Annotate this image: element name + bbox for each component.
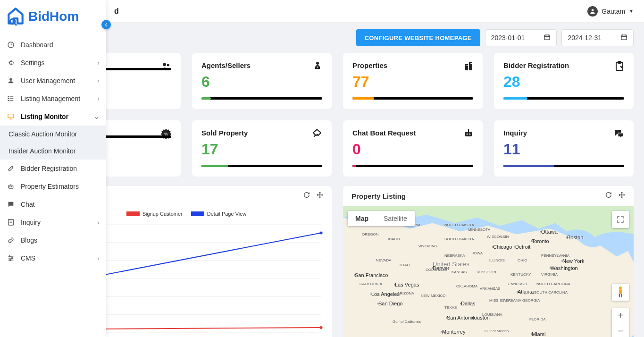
nav-item-blogs[interactable]: Blogs — [0, 231, 106, 249]
building-icon — [463, 60, 474, 74]
stat-card-partial[interactable] — [106, 53, 181, 109]
map-state-label: TEXAS — [444, 305, 457, 310]
zoom-out-button[interactable]: − — [612, 323, 629, 337]
hammer-icon — [7, 164, 15, 173]
map-state-label: OKLAHOMA — [456, 284, 477, 288]
chevron-right-icon: › — [97, 95, 100, 102]
nav-item-listing-monitor[interactable]: Listing Monitor⌄ — [0, 108, 106, 126]
nav-item-cms[interactable]: CMS› — [0, 249, 106, 267]
svg-rect-41 — [467, 65, 468, 66]
nav-label: Listing Monitor — [21, 113, 94, 120]
panel-actions — [303, 192, 323, 200]
refresh-icon[interactable] — [303, 192, 310, 200]
map-type-satellite[interactable]: Satellite — [376, 211, 415, 226]
nav-sub-item-classic-auction-monitor[interactable]: Classic Auction Monitor — [0, 126, 106, 143]
svg-rect-39 — [469, 62, 472, 70]
nav-item-chat[interactable]: Chat — [0, 195, 106, 213]
card-value: 77 — [352, 73, 473, 91]
configure-homepage-button[interactable]: CONFIGURE WEBSITE HOMEPAGE — [356, 29, 480, 46]
stat-card-properties[interactable]: Properties77 — [343, 53, 483, 109]
nav-label: Blogs — [21, 236, 100, 244]
refresh-icon[interactable] — [605, 192, 612, 200]
map-state-label: ILLINOIS — [489, 258, 505, 262]
stat-card-agents-sellers[interactable]: Agents/Sellers6 — [192, 53, 332, 109]
chevron-left-icon: ‹ — [105, 20, 107, 29]
logo-icon — [6, 7, 25, 26]
svg-point-62 — [319, 326, 322, 329]
nav-item-property-estimators[interactable]: Property Estimators — [0, 177, 106, 195]
stat-cards: Agents/Sellers6Properties77Bidder Regist… — [106, 46, 644, 177]
map-city-label: Miami — [532, 331, 545, 337]
map-city-label: Detroit — [515, 244, 530, 250]
card-progress — [106, 135, 171, 138]
card-title: Inquiry — [503, 129, 624, 137]
controls-row: CONFIGURE WEBSITE HOMEPAGE 2023-01-01 20… — [106, 23, 644, 46]
stat-card-chat-boat-request[interactable]: Chat Boat Request0 — [343, 120, 483, 177]
user-icon — [7, 76, 15, 85]
nav-label: CMS — [21, 254, 97, 262]
map-panel-title: Property Listing — [351, 192, 406, 200]
nav-item-user-management[interactable]: User Management› — [0, 72, 106, 90]
nav-sub-item-insider-auction-monitor[interactable]: Insider Auction Monitor — [0, 143, 106, 160]
svg-point-64 — [619, 286, 622, 289]
svg-point-51 — [468, 129, 469, 131]
calendar-icon — [544, 34, 551, 42]
panels-row: etail Page View Signup CustomerDetail Pa… — [106, 177, 644, 337]
nav-item-settings[interactable]: Settings› — [0, 54, 106, 72]
agent-icon — [312, 60, 323, 74]
stat-card-bidder-registration[interactable]: Bidder Registration28 — [494, 53, 634, 109]
svg-point-49 — [469, 134, 471, 135]
chart-panel: etail Page View Signup CustomerDetail Pa… — [106, 186, 332, 337]
fullscreen-button[interactable] — [612, 211, 629, 228]
map-state-label: TENNESSEE — [506, 282, 528, 286]
nav: DashboardSettings›User Management›Listin… — [0, 33, 106, 270]
svg-rect-45 — [618, 61, 621, 63]
map-city-label: San Diego — [378, 301, 402, 306]
map-state-label: ARIZONA — [397, 291, 414, 295]
stat-card-inquiry[interactable]: Inquiry11 — [494, 120, 634, 177]
svg-point-14 — [9, 186, 10, 187]
map[interactable]: United States VancouverSeattleOttawaToro… — [343, 206, 634, 337]
svg-rect-31 — [621, 35, 627, 40]
svg-rect-42 — [470, 63, 471, 64]
topbar: d Gautam ▼ — [106, 0, 644, 23]
panel-header: etail Page View — [106, 186, 332, 206]
user-menu[interactable]: Gautam ▼ — [587, 6, 634, 17]
map-type-map[interactable]: Map — [348, 211, 376, 226]
move-icon[interactable] — [619, 192, 625, 200]
zoom-in-button[interactable]: + — [612, 308, 629, 323]
date-from-input[interactable]: 2023-01-01 — [485, 29, 557, 46]
card-value: 17 — [201, 141, 322, 158]
map-city-label: San Antonio — [447, 315, 475, 320]
nav-label: Property Estimators — [21, 183, 100, 190]
svg-point-36 — [167, 64, 169, 66]
nav-label: Settings — [21, 59, 97, 67]
logo-text: BidHom — [28, 9, 79, 24]
chevron-right-icon: › — [97, 59, 100, 67]
card-progress — [352, 165, 473, 167]
sliders-icon — [7, 254, 15, 262]
svg-rect-40 — [466, 65, 467, 66]
logo[interactable]: BidHom — [0, 0, 106, 33]
caret-down-icon: ▼ — [629, 8, 634, 14]
nav-item-listing-management[interactable]: Listing Management› — [0, 90, 106, 108]
move-icon[interactable] — [317, 192, 323, 200]
nav-item-inquiry[interactable]: Inquiry› — [0, 213, 106, 231]
clipboard-icon — [614, 60, 625, 74]
stat-card-partial[interactable]: % — [106, 120, 181, 177]
svg-rect-38 — [465, 64, 468, 70]
stat-card-sold-property[interactable]: Sold Property17 — [192, 120, 332, 177]
pegman-button[interactable] — [612, 284, 629, 301]
nav-item-dashboard[interactable]: Dashboard — [0, 36, 106, 54]
card-value: 28 — [503, 73, 624, 91]
map-state-label: WYOMING — [418, 244, 437, 248]
svg-point-7 — [8, 96, 8, 97]
chevron-right-icon: › — [97, 219, 100, 226]
date-to-input[interactable]: 2024-12-31 — [561, 29, 634, 46]
card-progress — [201, 97, 322, 100]
card-progress — [352, 97, 473, 100]
svg-point-37 — [316, 62, 319, 65]
collapse-sidebar-button[interactable]: ‹ — [101, 20, 111, 29]
map-state-label: OHIO — [518, 258, 527, 262]
nav-item-bidder-registration[interactable]: Bidder Registration — [0, 160, 106, 177]
